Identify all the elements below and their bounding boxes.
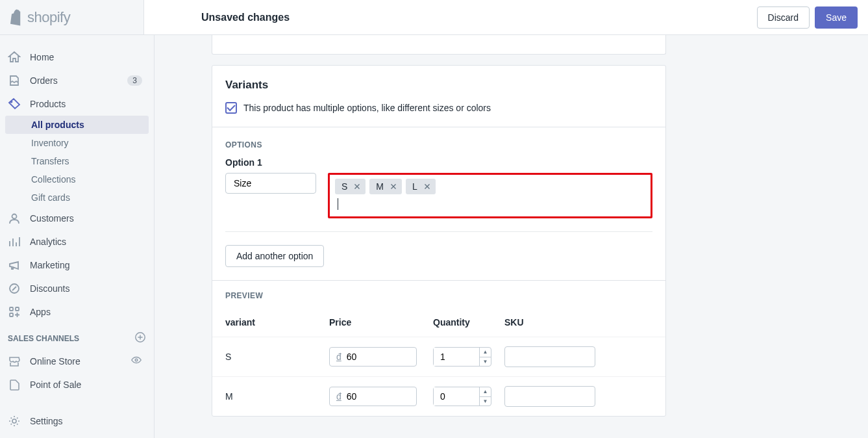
col-sku: SKU — [504, 317, 652, 328]
sidebar-item-point-of-sale[interactable]: Point of Sale — [0, 373, 154, 396]
settings-icon — [8, 415, 21, 428]
sidebar-label: Point of Sale — [30, 380, 81, 390]
sidebar-label: Apps — [30, 307, 51, 317]
tag-label: S — [341, 181, 347, 192]
price-input[interactable]: đ — [329, 387, 417, 406]
quantity-spinners: ▲ ▼ — [479, 387, 491, 406]
main-content: Variants This product has multiple optio… — [155, 35, 868, 438]
add-channel-icon[interactable] — [134, 331, 146, 345]
sidebar-item-customers[interactable]: Customers — [0, 207, 154, 230]
svg-rect-3 — [16, 307, 19, 311]
price-field[interactable] — [347, 352, 405, 362]
svg-rect-2 — [10, 307, 13, 311]
sidebar-label: Home — [30, 52, 54, 62]
sidebar-item-marketing[interactable]: Marketing — [0, 253, 154, 277]
eye-icon[interactable] — [130, 354, 142, 368]
preview-table: variant Price Quantity SKU S đ — [212, 308, 665, 416]
save-button[interactable]: Save — [815, 6, 858, 29]
add-option-button[interactable]: Add another option — [225, 245, 324, 267]
sidebar-item-collections[interactable]: Collections — [0, 170, 154, 188]
currency-prefix: đ — [336, 391, 341, 402]
sidebar-label: Online Store — [30, 356, 81, 367]
price-field[interactable] — [347, 391, 405, 402]
sidebar-label: Collections — [31, 174, 75, 185]
sidebar-item-all-products[interactable]: All products — [5, 116, 149, 134]
option-values-box[interactable]: S M L — [328, 173, 652, 218]
marketing-icon — [8, 259, 21, 272]
sidebar-item-discounts[interactable]: Discounts — [0, 277, 154, 300]
products-icon — [8, 97, 21, 110]
sidebar-item-orders[interactable]: Orders 3 — [0, 69, 154, 92]
sidebar-label: Gift cards — [31, 192, 70, 203]
topbar-actions: Discard Save — [757, 6, 858, 29]
variants-card: Variants This product has multiple optio… — [212, 65, 666, 417]
variants-title: Variants — [225, 79, 652, 92]
sidebar-item-transfers[interactable]: Transfers — [0, 152, 154, 170]
sidebar-item-home[interactable]: Home — [0, 45, 154, 69]
sku-field[interactable] — [504, 346, 595, 367]
options-header: OPTIONS — [225, 140, 652, 149]
discard-button[interactable]: Discard — [757, 6, 810, 29]
sidebar-label: Marketing — [30, 260, 69, 270]
col-variant: variant — [225, 317, 329, 328]
pos-icon — [8, 378, 21, 391]
remove-tag-icon[interactable] — [353, 182, 362, 191]
sidebar-item-settings[interactable]: Settings — [0, 409, 154, 438]
multiple-options-checkbox[interactable] — [225, 102, 237, 114]
sidebar-item-inventory[interactable]: Inventory — [0, 134, 154, 152]
text-cursor — [338, 198, 338, 210]
remove-tag-icon[interactable] — [423, 182, 432, 191]
svg-point-7 — [12, 419, 16, 423]
sidebar-item-analytics[interactable]: Analytics — [0, 230, 154, 253]
table-row: S đ ▲ ▼ — [212, 337, 665, 376]
svg-rect-4 — [10, 313, 13, 316]
spinner-down-icon[interactable]: ▼ — [480, 357, 491, 367]
quantity-input[interactable]: ▲ ▼ — [433, 387, 491, 406]
quantity-spinners: ▲ ▼ — [479, 348, 491, 366]
tags-row: S M L — [335, 179, 645, 194]
sidebar-label: Products — [30, 99, 66, 109]
quantity-field[interactable] — [434, 387, 479, 406]
sidebar-label: Analytics — [30, 237, 66, 247]
sidebar-label: All products — [31, 120, 84, 130]
option1-row: S M L — [225, 173, 652, 218]
sidebar-item-gift-cards[interactable]: Gift cards — [0, 188, 154, 207]
col-quantity: Quantity — [433, 317, 504, 328]
variant-name: S — [225, 352, 329, 362]
sidebar-item-products[interactable]: Products — [0, 92, 154, 116]
svg-point-6 — [135, 359, 138, 361]
option1-label: Option 1 — [225, 157, 652, 168]
multiple-options-checkbox-row[interactable]: This product has multiple options, like … — [225, 102, 652, 114]
sidebar-item-online-store[interactable]: Online Store — [0, 349, 154, 373]
spinner-up-icon[interactable]: ▲ — [480, 348, 491, 357]
customers-icon — [8, 212, 21, 225]
price-input[interactable]: đ — [329, 347, 417, 367]
sidebar-item-apps[interactable]: Apps — [0, 300, 154, 324]
table-row: M đ ▲ ▼ — [212, 376, 665, 416]
spinner-up-icon[interactable]: ▲ — [480, 387, 491, 397]
quantity-field[interactable] — [434, 348, 479, 366]
option-name-input[interactable] — [225, 173, 316, 194]
quantity-input[interactable]: ▲ ▼ — [433, 347, 491, 367]
svg-point-0 — [12, 214, 17, 219]
currency-prefix: đ — [336, 352, 341, 362]
tag-s: S — [335, 179, 366, 194]
tag-l: L — [406, 179, 436, 194]
sales-channels-label: SALES CHANNELS — [8, 334, 79, 343]
shopify-logo[interactable]: shopify — [10, 9, 70, 26]
online-store-icon — [8, 355, 21, 368]
sku-field[interactable] — [504, 386, 595, 407]
apps-icon — [8, 305, 21, 318]
sales-channels-header: SALES CHANNELS — [0, 324, 154, 349]
orders-icon — [8, 74, 21, 87]
tag-m: M — [369, 179, 402, 194]
remove-tag-icon[interactable] — [389, 182, 398, 191]
topbar-logo-area: shopify — [0, 0, 144, 34]
home-icon — [8, 51, 21, 64]
analytics-icon — [8, 235, 21, 248]
spinner-down-icon[interactable]: ▼ — [480, 397, 491, 406]
tag-label: L — [412, 181, 417, 192]
page-status-title: Unsaved changes — [201, 12, 290, 23]
option-actions: Add another option — [225, 231, 652, 267]
shopify-logo-text: shopify — [27, 9, 70, 26]
